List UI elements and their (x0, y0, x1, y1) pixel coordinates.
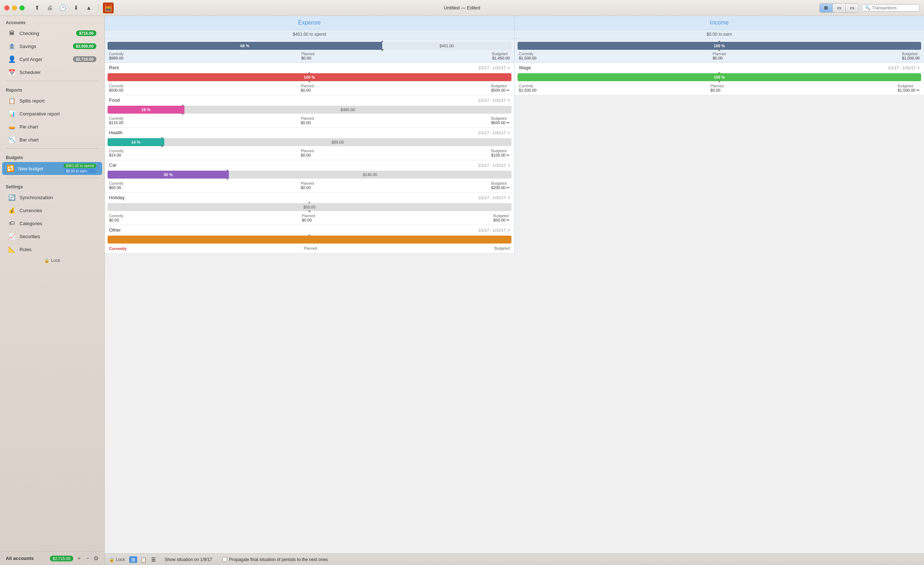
pie-label: Pie chart (20, 124, 96, 129)
car-stats: Currently $60.00 Planned $0.00 Budgeted … (105, 180, 514, 192)
divider-1 (6, 81, 99, 81)
minus-icon[interactable]: － (85, 555, 91, 562)
savings-icon: 🏦 (8, 42, 16, 50)
list-view-icon[interactable]: ☰ (149, 556, 158, 563)
sidebar-item-securities[interactable]: 📈 Securities (2, 230, 102, 243)
add-icon[interactable]: ＋ (76, 555, 82, 562)
other-date: 1/1/17 - 1/31/17 ∨ (478, 228, 510, 232)
sidebar-item-currencies[interactable]: 💰 Currencies (2, 204, 102, 216)
exp-curr-value: $989.00 (109, 56, 124, 60)
sidebar-item-splits[interactable]: 📋 Splits report (2, 94, 102, 107)
sidebar-item-categories[interactable]: 🏷 Categories (2, 217, 102, 229)
income-progress-wrap: 100 % (518, 42, 921, 50)
rent-stats: Currently $500.00 Planned $0.00 Budgeted… (105, 82, 514, 95)
expense-stats: Currently $989.00 Planned $0.00 Budgeted… (108, 51, 512, 60)
download-icon[interactable]: ⬇ (71, 3, 81, 13)
divider-3 (6, 177, 99, 178)
health-progress-wrap: 14 % $86.00 (105, 137, 514, 148)
food-progress-wrap: 19 % $485.00 (105, 104, 514, 115)
sidebar-item-new-budget[interactable]: 🔁 New budget $461.00 to spend $0.00 to e… (2, 162, 102, 175)
comparative-icon: 📊 (8, 110, 16, 118)
income-tri-bot (717, 49, 721, 51)
savings-badge: $2,000.00 (73, 43, 96, 49)
health-curr: Currently $14.00 (109, 149, 124, 158)
grid-view-icon[interactable]: ⊞ (129, 556, 137, 563)
car-date: 1/1/17 - 1/31/17 ∨ (478, 163, 510, 168)
budget-icon: 🔁 (6, 165, 14, 172)
gear-icon[interactable]: ⚙ (93, 555, 99, 562)
upload-icon[interactable]: ⬆ (32, 3, 42, 13)
arrow-up-icon[interactable]: ▲ (84, 3, 94, 13)
budget-badges: $461.00 to spend $0.00 to earn (63, 163, 96, 174)
cyril-badge: $2,715.00 (73, 56, 96, 62)
sidebar-item-scheduler[interactable]: 📅 Scheduler (2, 66, 102, 78)
car-name: Car (109, 162, 117, 168)
propagate-check[interactable] (222, 557, 227, 562)
search-input[interactable] (872, 5, 916, 10)
sync-icon: 🔄 (8, 193, 16, 201)
sidebar-item-savings[interactable]: 🏦 Savings $2,000.00 (2, 40, 102, 52)
exp-plan-label: Planned (302, 52, 315, 56)
income-progress-bar: 100 % (518, 42, 921, 50)
rules-label: Rules (20, 247, 96, 252)
expense-title: Expense (298, 19, 321, 25)
lock-area[interactable]: 🔒 Lock (0, 256, 104, 265)
propagate-checkbox[interactable]: Propagate final situation of periods to … (222, 557, 328, 562)
person-icon: 👤 (8, 55, 16, 63)
all-accounts-badge: $2,715.00 (50, 556, 73, 561)
wage-name: Wage (519, 65, 531, 70)
income-categories: Wage 1/1/17 - 1/31/17 ∨ 100 % (515, 63, 924, 253)
statusbar-lock-label: Lock (116, 557, 125, 562)
all-accounts-label: All accounts (6, 556, 34, 561)
car-plan: Planned $0.00 (301, 181, 314, 190)
close-button[interactable] (4, 5, 9, 10)
search-box[interactable]: 🔍 (862, 4, 920, 12)
securities-icon: 📈 (8, 232, 16, 240)
history-icon[interactable]: 🕐 (58, 3, 68, 13)
sidebar-item-rules[interactable]: 📐 Rules (2, 243, 102, 255)
rent-plan: Planned $0.00 (301, 84, 314, 93)
scheduler-label: Scheduler (20, 70, 96, 75)
comparative-label: Comparative report (20, 111, 96, 117)
table-view-icon[interactable]: 📋 (140, 556, 147, 563)
view-btn-detail[interactable]: ▭ (846, 4, 859, 12)
window-title: Untitled — Edited (444, 5, 480, 10)
sidebar-item-bar[interactable]: 📉 Bar chart (2, 133, 102, 146)
checking-label: Checking (20, 31, 72, 36)
rent-date: 1/1/17 - 1/31/17 ∨ (478, 66, 510, 70)
food-header: Food 1/1/17 - 1/31/17 ∨ (105, 95, 514, 104)
car-header: Car 1/1/17 - 1/31/17 ∨ (105, 160, 514, 169)
lock-button[interactable]: 🔒 Lock (44, 258, 60, 263)
panel-headers: Expense Income (105, 16, 924, 30)
other-progress (108, 235, 512, 244)
food-plan: Planned $0.00 (301, 117, 314, 125)
sidebar-item-checking[interactable]: 🏛 Checking $715.00 (2, 27, 102, 39)
print-icon[interactable]: 🖨 (45, 3, 55, 13)
wage-bar: 100 % (518, 73, 921, 81)
all-accounts-bar: All accounts $2,715.00 ＋ － ⚙ (0, 551, 104, 565)
divider (98, 4, 99, 12)
health-date: 1/1/17 - 1/31/17 ∨ (478, 130, 510, 135)
view-btn-list[interactable]: ⊞ (820, 4, 832, 12)
holiday-curr: Currently $0.00 (109, 214, 124, 223)
sidebar-item-comparative[interactable]: 📊 Comparative report (2, 108, 102, 120)
wage-progress-wrap: 100 % (515, 72, 924, 82)
view-buttons: ⊞ ▭ ▭ (819, 3, 859, 13)
other-plan: Planned (304, 246, 317, 251)
exp-plan-value: $0.00 (302, 56, 315, 60)
sidebar-item-pie[interactable]: 🥧 Pie chart (2, 120, 102, 133)
expense-progress-wrap: 68 % $461.00 (108, 42, 512, 50)
rent-bar: 100 % (108, 73, 512, 81)
income-title: Income (710, 19, 729, 25)
expense-remainder: $461.00 (382, 42, 512, 50)
statusbar-lock[interactable]: 🔒 Lock (109, 557, 125, 562)
minimize-button[interactable] (12, 5, 17, 10)
view-btn-split[interactable]: ▭ (832, 4, 846, 12)
other-progress-wrap (105, 234, 514, 245)
sidebar-item-sync[interactable]: 🔄 Synchronization (2, 191, 102, 204)
sidebar-item-cyril[interactable]: 👤 Cyril Anger $2,715.00 (2, 53, 102, 65)
calendar-icon: 📅 (8, 68, 16, 76)
health-progress: 14 % $86.00 (108, 138, 512, 146)
fullscreen-button[interactable] (20, 5, 24, 10)
category-health: Health 1/1/17 - 1/31/17 ∨ 14 % $86.00 (105, 128, 514, 160)
